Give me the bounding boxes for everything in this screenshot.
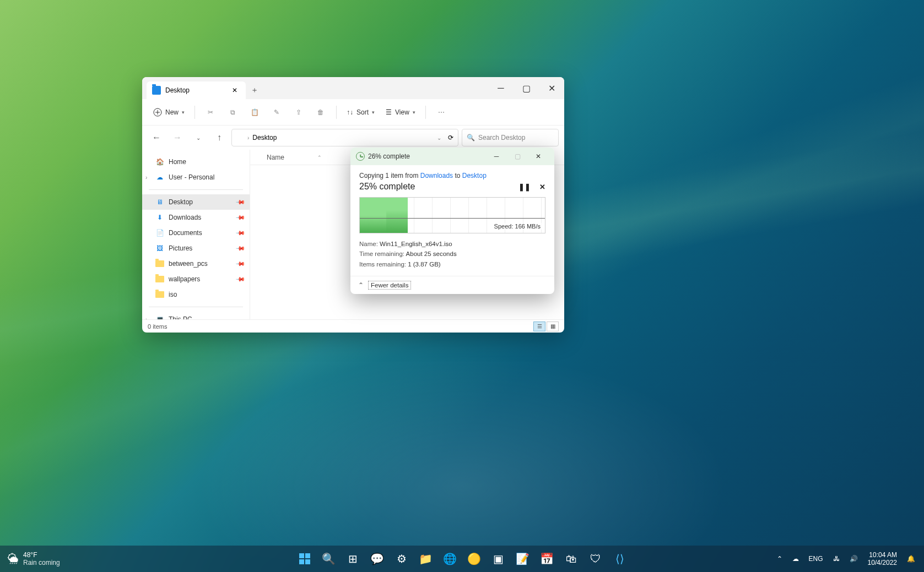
more-button[interactable]: ⋯ — [431, 103, 451, 121]
explorer-button[interactable]: 📁 — [415, 548, 437, 570]
minimize-button[interactable]: ─ — [486, 148, 507, 165]
sidebar-item-desktop[interactable]: 🖥 Desktop 📌 — [142, 194, 250, 210]
taskview-button[interactable]: ⊞ — [342, 548, 364, 570]
copy-description: Copying 1 item from Downloads to Desktop — [359, 172, 545, 179]
sort-button[interactable]: ↑↓ Sort ▾ — [342, 103, 379, 121]
share-button[interactable]: ⇪ — [289, 103, 309, 121]
clock[interactable]: 10:04 AM 10/4/2022 — [863, 551, 901, 567]
new-button[interactable]: New ▾ — [149, 103, 189, 121]
close-button[interactable]: ✕ — [528, 148, 549, 165]
vscode-button[interactable]: ⟨⟩ — [609, 548, 631, 570]
chevron-down-icon[interactable]: ⌄ — [437, 135, 441, 141]
volume-button[interactable]: 🔊 — [845, 555, 862, 563]
tab-desktop[interactable]: Desktop ✕ — [147, 81, 246, 99]
copy-button[interactable]: ⧉ — [223, 103, 242, 121]
chevron-up-icon[interactable]: ⌃ — [358, 281, 364, 289]
pin-icon[interactable]: 📌 — [235, 197, 245, 207]
delete-button[interactable]: 🗑 — [311, 103, 331, 121]
chrome-button[interactable]: 🟡 — [463, 548, 485, 570]
pin-icon[interactable]: 📌 — [235, 227, 245, 238]
maximize-button[interactable]: ▢ — [514, 77, 539, 99]
details-view-button[interactable]: ☰ — [533, 322, 545, 331]
breadcrumb-current[interactable]: Desktop — [252, 134, 277, 141]
sidebar-item-documents[interactable]: 📄 Documents 📌 — [142, 225, 250, 241]
documents-icon: 📄 — [155, 228, 164, 237]
language-button[interactable]: ENG — [804, 555, 828, 563]
new-label: New — [165, 108, 179, 116]
sidebar-item-wallpapers[interactable]: wallpapers 📌 — [142, 271, 250, 287]
weather-widget[interactable]: 🌦 48°F Rain coming — [0, 551, 68, 567]
back-button[interactable]: ← — [148, 129, 165, 146]
search-button[interactable]: 🔍 — [318, 548, 340, 570]
sidebar-item-label: wallpapers — [169, 275, 200, 283]
pin-icon[interactable]: 📌 — [235, 212, 245, 222]
chevron-right-icon: › — [247, 135, 249, 141]
tray-onedrive[interactable]: ☁ — [788, 555, 803, 563]
dest-link[interactable]: Desktop — [462, 172, 487, 179]
maximize-button[interactable]: ▢ — [507, 148, 528, 165]
pin-icon[interactable]: 📌 — [235, 274, 245, 284]
notepad-icon: 📝 — [516, 552, 529, 565]
view-icon: ☰ — [386, 108, 392, 116]
gear-icon: ⚙ — [397, 552, 407, 565]
edge-button[interactable]: 🌐 — [439, 548, 461, 570]
sidebar-item-label: Documents — [169, 229, 202, 237]
sidebar-item-pictures[interactable]: 🖼 Pictures 📌 — [142, 241, 250, 256]
home-icon: 🏠 — [155, 157, 164, 166]
rename-button[interactable]: ✎ — [267, 103, 287, 121]
breadcrumb[interactable]: › Desktop ⌄ ⟳ — [231, 129, 458, 146]
close-button[interactable]: ✕ — [539, 77, 564, 99]
terminal-button[interactable]: ▣ — [488, 548, 510, 570]
refresh-button[interactable]: ⟳ — [448, 134, 453, 141]
bell-icon: 🔔 — [907, 555, 915, 563]
sidebar-item-home[interactable]: 🏠 Home — [142, 154, 250, 170]
sidebar-item-thispc[interactable]: › 💻 This PC — [142, 312, 250, 319]
new-tab-button[interactable]: ＋ — [246, 81, 263, 99]
folder-icon — [155, 259, 164, 268]
minimize-button[interactable]: ─ — [488, 77, 514, 99]
view-button[interactable]: ☰ View ▾ — [381, 103, 420, 121]
cut-button[interactable]: ✂ — [201, 103, 220, 121]
sidebar-item-between-pcs[interactable]: between_pcs 📌 — [142, 256, 250, 271]
cancel-button[interactable]: ✕ — [539, 183, 545, 191]
settings-button[interactable]: ⚙ — [391, 548, 413, 570]
pause-button[interactable]: ❚❚ — [518, 183, 531, 191]
store-button[interactable]: 🛍 — [560, 548, 582, 570]
app-button-1[interactable]: 📝 — [512, 548, 534, 570]
source-link[interactable]: Downloads — [420, 172, 453, 179]
start-button[interactable] — [294, 548, 316, 570]
recent-button[interactable]: ⌄ — [190, 129, 207, 146]
tray-overflow[interactable]: ⌃ — [772, 555, 787, 563]
search-input[interactable]: 🔍 Search Desktop — [462, 129, 559, 146]
network-button[interactable]: 🖧 — [829, 555, 844, 563]
chevron-right-icon[interactable]: › — [145, 175, 147, 181]
share-icon: ⇪ — [296, 108, 301, 116]
plus-circle-icon — [153, 108, 162, 117]
notifications-button[interactable]: 🔔 — [903, 555, 920, 563]
address-bar-row: ← → ⌄ ↑ › Desktop ⌄ ⟳ 🔍 Search Desktop — [142, 126, 564, 150]
pin-icon[interactable]: 📌 — [235, 258, 245, 269]
pin-icon[interactable]: 📌 — [235, 243, 245, 253]
fewer-details-button[interactable]: Fewer details — [368, 281, 411, 290]
windows-icon — [299, 553, 310, 564]
desktop-icon: 🖥 — [155, 198, 164, 206]
dialog-titlebar[interactable]: 26% complete ─ ▢ ✕ — [350, 148, 554, 165]
sidebar-item-iso[interactable]: iso — [142, 287, 250, 302]
app-button-2[interactable]: 📅 — [536, 548, 558, 570]
toolbar: New ▾ ✂ ⧉ 📋 ✎ ⇪ 🗑 ↑↓ Sort ▾ ☰ View ▾ ⋯ — [142, 99, 564, 126]
downloads-icon: ⬇ — [155, 213, 164, 222]
paste-button[interactable]: 📋 — [245, 103, 264, 121]
security-button[interactable]: 🛡 — [585, 548, 607, 570]
up-button[interactable]: ↑ — [210, 129, 228, 146]
sidebar-item-user[interactable]: › ☁ User - Personal — [142, 170, 250, 185]
trash-icon: 🗑 — [317, 108, 324, 116]
search-placeholder: Search Desktop — [478, 134, 525, 141]
tab-close-button[interactable]: ✕ — [229, 85, 240, 96]
column-name[interactable]: Name — [267, 154, 284, 161]
chat-button[interactable]: 💬 — [366, 548, 388, 570]
icons-view-button[interactable]: ▦ — [547, 322, 559, 331]
titlebar[interactable]: Desktop ✕ ＋ ─ ▢ ✕ — [142, 77, 564, 99]
forward-button[interactable]: → — [169, 129, 186, 146]
chevron-right-icon[interactable]: › — [145, 317, 147, 320]
sidebar-item-downloads[interactable]: ⬇ Downloads 📌 — [142, 210, 250, 225]
